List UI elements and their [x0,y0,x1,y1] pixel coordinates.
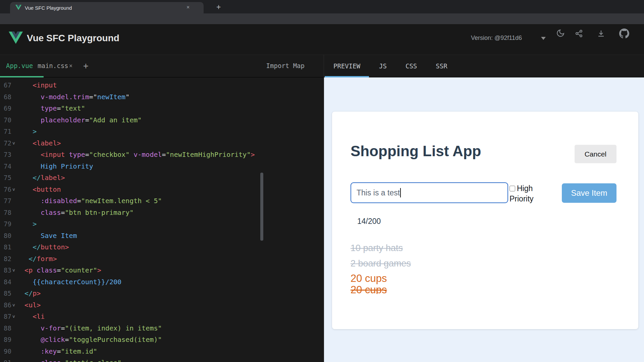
line-number: 91 [0,357,11,362]
browser-tab[interactable]: Vue SFC Playground × [10,2,204,13]
code-text: class="static-class" [16,357,121,362]
code-line[interactable]: 73 <input type="checkbox" v-model="newIt… [0,149,324,161]
code-text: <input type="checkbox" v-model="newItemH… [16,149,255,161]
code-line[interactable]: 89 @click="togglePurchased(item)" [0,334,324,346]
code-line[interactable]: 90 :key="item.id" [0,346,324,357]
code-line[interactable]: 77 :disabled="newItem.length < 5" [0,195,324,207]
file-tab-label: main.css [38,62,68,69]
line-number: 84 [0,276,11,288]
fold-arrow-icon[interactable]: v [11,264,16,276]
new-tab-icon[interactable]: + [216,3,221,12]
code-text: <label> [16,137,61,149]
file-tab-label: App.vue [6,62,33,69]
code-text: v-model.trim="newItem" [16,91,129,103]
screen: Vue SFC Playground × + ← → ↻ sfc.vuejs.o… [0,0,644,362]
code-line[interactable]: 88 v-for="(item, index) in items" [0,322,324,334]
playground-header: Vue SFC Playground Version: @92f11d6 [0,24,644,55]
shopping-list-item[interactable]: 2 board games [351,258,585,269]
high-priority-checkbox[interactable] [509,186,515,191]
vue-favicon [15,5,21,10]
line-number: 90 [0,346,11,357]
code-line[interactable]: 75 </label> [0,172,324,184]
vue-logo [9,32,23,44]
code-line[interactable]: 83v <p class="counter"> [0,264,324,276]
line-number: 88 [0,322,11,334]
dark-mode-toggle[interactable] [556,29,565,38]
line-number: 76 [0,184,11,195]
shopping-list-item[interactable]: 20 cups [351,284,585,294]
version-selector[interactable]: Version: @92f11d6 [471,35,522,42]
code-text: </button> [16,241,69,253]
code-line[interactable]: 78 class="btn btn-primary" [0,207,324,219]
line-number: 67 [0,79,11,91]
code-line[interactable]: 67 <input [0,79,324,91]
line-number: 77 [0,195,11,207]
code-text: </p> [16,288,41,299]
code-line[interactable]: 84 {{characterCount}}/200 [0,276,324,288]
tab-close-icon[interactable]: × [186,4,190,10]
download-icon[interactable] [597,29,605,38]
code-line[interactable]: 86v <ul> [0,299,324,311]
line-number: 78 [0,207,11,219]
code-text: </label> [16,172,65,184]
github-icon[interactable] [619,28,629,39]
code-line[interactable]: 82 </form> [0,253,324,265]
code-line[interactable]: 74 High Priority [0,161,324,172]
line-number: 75 [0,172,11,184]
line-number: 89 [0,334,11,346]
code-line[interactable]: 72v <label> [0,137,324,149]
high-priority-label[interactable]: High Priority [509,183,550,204]
shopping-list: 10 party hats2 board games20 cups20 cups [351,243,585,294]
output-tab-js[interactable]: JS [370,55,396,77]
code-line[interactable]: 68 v-model.trim="newItem" [0,91,324,103]
code-line[interactable]: 69 type="text" [0,103,324,114]
code-line[interactable]: 70 placeholder="Add an item" [0,114,324,126]
fold-arrow-icon[interactable]: v [11,184,16,195]
text-caret [400,188,401,197]
code-text: <button [16,184,61,195]
line-number: 69 [0,103,11,114]
fold-arrow-icon[interactable]: v [11,311,16,322]
editor-scrollbar[interactable] [260,173,263,241]
shopping-list-item[interactable]: 20 cups [351,273,585,285]
code-line[interactable]: 85 </p> [0,288,324,299]
line-number: 87 [0,311,11,322]
close-file-icon[interactable]: × [69,62,72,69]
browser-tab-strip: Vue SFC Playground × + [0,0,644,13]
code-text: > [16,126,37,137]
line-number: 85 [0,288,11,299]
code-text: class="btn btn-primary" [16,207,133,219]
code-text: > [16,218,37,230]
chevron-down-icon[interactable] [541,37,546,40]
code-text: :disabled="newItem.length < 5" [16,195,162,207]
code-text: v-for="(item, index) in items" [16,322,162,334]
save-item-button[interactable]: Save Item [562,183,616,203]
line-number: 68 [0,91,11,103]
fold-arrow-icon[interactable]: v [11,137,16,149]
cancel-button[interactable]: Cancel [575,145,616,163]
code-line[interactable]: 91 class="static-class" [0,357,324,362]
line-number: 86 [0,299,11,311]
add-file-icon[interactable]: + [83,61,89,71]
item-input[interactable]: This is a test [351,182,508,203]
line-number: 79 [0,218,11,230]
code-line[interactable]: 79 > [0,218,324,230]
code-text: <input [16,79,57,91]
output-tab-preview[interactable]: PREVIEW [324,55,370,77]
code-lines: 67 <input68 v-model.trim="newItem"69 typ… [0,79,324,362]
code-line[interactable]: 87v <li [0,311,324,322]
app-heading: Shopping List App [351,143,481,160]
fold-arrow-icon[interactable]: v [11,299,16,311]
code-line[interactable]: 71 > [0,126,324,137]
import-map-tab[interactable]: Import Map [266,62,305,69]
code-line[interactable]: 81 </button> [0,241,324,253]
code-editor[interactable]: 67 <input68 v-model.trim="newItem"69 typ… [0,77,324,362]
pane-divider[interactable] [324,55,324,362]
output-tab-css[interactable]: CSS [396,55,426,77]
share-network-icon[interactable] [575,29,583,38]
code-line[interactable]: 80 Save Item [0,230,324,242]
shopping-list-item[interactable]: 10 party hats [351,243,585,253]
code-text: {{characterCount}}/200 [16,276,121,288]
code-line[interactable]: 76v <button [0,184,324,195]
output-tab-ssr[interactable]: SSR [426,55,457,77]
